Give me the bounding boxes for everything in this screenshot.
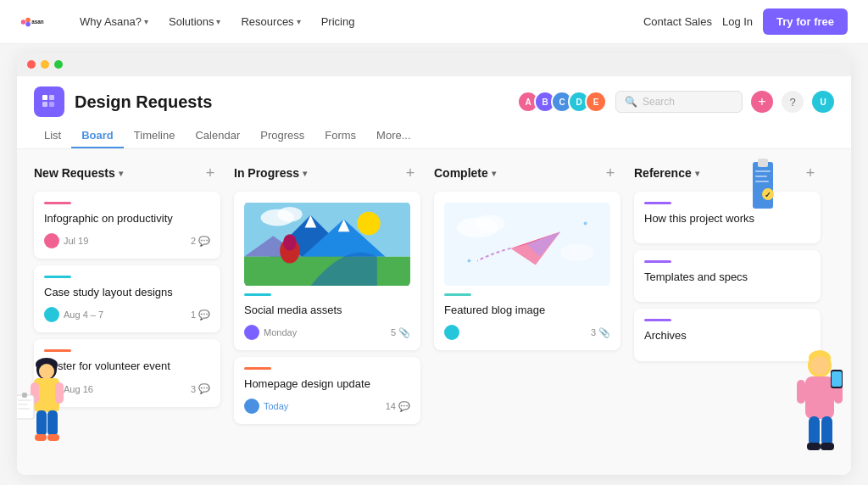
- column-header: New Requests ▾ +: [34, 163, 220, 183]
- comment-icon: 💬: [398, 401, 410, 412]
- project-title-area: Design Requests: [34, 86, 212, 117]
- project-top: Design Requests A B C D E 🔍 Search +: [34, 86, 834, 117]
- logo[interactable]: asana: [20, 10, 44, 34]
- tab-forms[interactable]: Forms: [314, 124, 366, 148]
- search-placeholder: Search: [643, 96, 675, 108]
- card-accent: [44, 349, 71, 352]
- user-avatar[interactable]: U: [812, 91, 834, 113]
- card-footer: Aug 16 3 💬: [44, 382, 210, 397]
- tab-board[interactable]: Board: [71, 124, 124, 148]
- window-close-dot: [27, 60, 36, 69]
- column-complete: Complete ▾ +: [434, 163, 620, 461]
- search-box[interactable]: 🔍 Search: [615, 91, 743, 113]
- nav-right: Contact Sales Log In Try for free: [643, 8, 848, 35]
- chevron-down-icon: ▾: [492, 169, 496, 178]
- card[interactable]: Homepage design update Today 14 💬: [234, 357, 420, 424]
- svg-point-1: [25, 17, 31, 22]
- try-free-button[interactable]: Try for free: [763, 8, 848, 35]
- column-title: New Requests ▾: [34, 166, 123, 180]
- card-assignee-avatar: [244, 399, 259, 414]
- card-title: Case study layout designs: [44, 285, 210, 300]
- card-title: Archives: [644, 328, 810, 343]
- svg-rect-32: [821, 443, 834, 450]
- card-footer: Jul 19 2 💬: [44, 233, 210, 248]
- column-reference: Reference ▾ + How this project works Tem…: [634, 163, 821, 461]
- card[interactable]: Templates and specs: [634, 250, 821, 302]
- navigation: asana Why Asana? ▾ Solutions ▾ Resources…: [0, 0, 868, 44]
- card-meta: Monday: [244, 325, 297, 340]
- column-in-progress: In Progress ▾ +: [234, 163, 420, 461]
- column-title: Complete ▾: [434, 166, 496, 180]
- card-image-mountains: [244, 202, 410, 287]
- nav-solutions[interactable]: Solutions ▾: [160, 10, 229, 33]
- add-card-button[interactable]: +: [400, 163, 420, 183]
- card-title: Social media assets: [244, 303, 410, 318]
- svg-point-64: [467, 259, 470, 263]
- comment-icon: 💬: [198, 236, 210, 247]
- card-comments: 5 📎: [391, 327, 410, 338]
- card[interactable]: Archives: [634, 309, 821, 360]
- window-titlebar: [17, 53, 851, 76]
- svg-point-2: [25, 21, 31, 26]
- nav-resources[interactable]: Resources ▾: [232, 10, 309, 33]
- svg-rect-6: [42, 102, 47, 107]
- card-title: Poster for volunteer event: [44, 359, 210, 374]
- card-image-paper-plane: [444, 202, 610, 287]
- card[interactable]: How this project works: [634, 192, 821, 243]
- card-accent: [444, 293, 471, 296]
- card[interactable]: Poster for volunteer event Aug 16 3 💬: [34, 339, 220, 406]
- attachment-icon: 📎: [398, 327, 410, 338]
- card[interactable]: Social media assets Monday 5 📎: [234, 192, 420, 350]
- card[interactable]: Infographic on productivity Jul 19 2 💬: [34, 192, 220, 259]
- card-assignee-avatar: [44, 233, 59, 248]
- card[interactable]: Featured blog image 3 📎: [434, 192, 620, 350]
- attachment-icon: 📎: [598, 327, 610, 338]
- project-icon: [34, 86, 64, 117]
- chevron-down-icon: ▾: [119, 169, 123, 178]
- nav-pricing[interactable]: Pricing: [313, 10, 364, 33]
- svg-point-45: [357, 212, 380, 235]
- tab-calendar[interactable]: Calendar: [185, 124, 250, 148]
- svg-rect-7: [49, 102, 54, 107]
- chevron-down-icon: ▾: [144, 17, 148, 26]
- card[interactable]: Case study layout designs Aug 4 – 7 1 💬: [34, 265, 220, 332]
- card-footer: Today 14 💬: [244, 399, 410, 414]
- chevron-down-icon: ▾: [216, 17, 220, 26]
- login-link[interactable]: Log In: [722, 15, 753, 28]
- tab-timeline[interactable]: Timeline: [124, 124, 186, 148]
- svg-point-63: [584, 222, 587, 226]
- svg-point-0: [21, 20, 26, 25]
- project-header: Design Requests A B C D E 🔍 Search +: [17, 76, 851, 149]
- card-title: Templates and specs: [644, 270, 810, 285]
- card-accent: [644, 202, 671, 204]
- card-meta: Aug 4 – 7: [44, 307, 103, 322]
- add-card-button[interactable]: +: [200, 163, 220, 183]
- card-footer: 3 📎: [444, 325, 610, 340]
- contact-sales-link[interactable]: Contact Sales: [643, 15, 712, 28]
- app-window: Design Requests A B C D E 🔍 Search +: [17, 53, 851, 475]
- column-title: In Progress ▾: [234, 166, 307, 180]
- card-comments: 2 💬: [191, 236, 210, 247]
- svg-rect-25: [834, 380, 843, 404]
- nav-why-asana[interactable]: Why Asana? ▾: [71, 10, 157, 33]
- tab-more[interactable]: More...: [366, 124, 420, 148]
- comment-icon: 💬: [198, 383, 210, 394]
- card-accent: [44, 202, 71, 204]
- add-card-button[interactable]: +: [600, 163, 620, 183]
- tab-list[interactable]: List: [34, 124, 71, 148]
- help-button[interactable]: ?: [782, 91, 804, 113]
- card-title: How this project works: [644, 211, 810, 226]
- card-assignee-avatar: [44, 382, 59, 397]
- card-meta: Jul 19: [44, 233, 88, 248]
- tab-progress[interactable]: Progress: [250, 124, 314, 148]
- chevron-down-icon: ▾: [297, 17, 301, 26]
- add-task-button[interactable]: +: [751, 91, 773, 113]
- add-card-button[interactable]: +: [800, 163, 821, 183]
- card-comments: 3 💬: [191, 383, 210, 394]
- avatar: E: [585, 91, 607, 113]
- column-title: Reference ▾: [634, 166, 699, 180]
- card-footer: Aug 4 – 7 1 💬: [44, 307, 210, 322]
- project-actions: A B C D E 🔍 Search + ? U: [517, 91, 834, 113]
- project-tabs: List Board Timeline Calendar Progress Fo…: [34, 124, 834, 148]
- card-accent: [644, 319, 671, 321]
